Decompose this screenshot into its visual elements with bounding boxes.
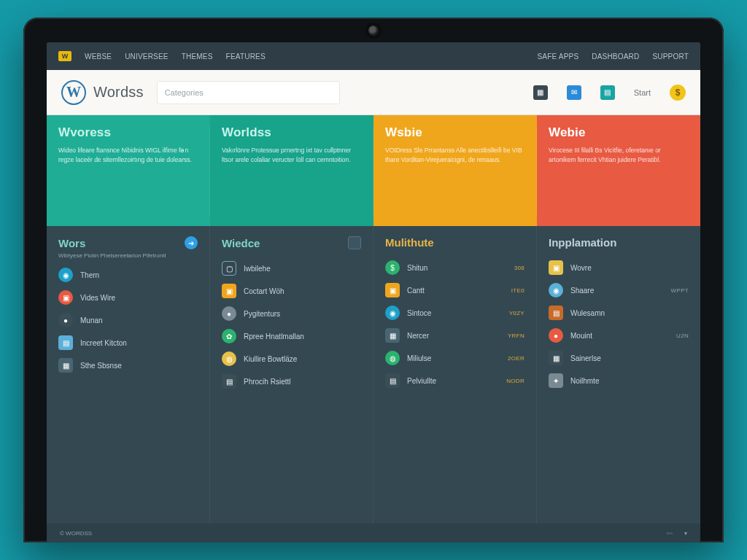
item-icon: ▦	[58, 358, 73, 373]
list-item[interactable]: ▣CanttITE0	[385, 283, 525, 298]
topnav-link[interactable]: SAFE APPS	[537, 52, 578, 61]
hero-tile[interactable]: Wvoress Wideo lifeare ftansnce Nibidnis …	[47, 115, 210, 226]
laptop-frame: W WEBSE UNIVERSEE THEMES FEATURES SAFE A…	[23, 18, 724, 542]
header: W Wordss Categories ▦ ✉ ▤ Start $	[47, 70, 700, 115]
stats-icon[interactable]: ▤	[600, 85, 615, 100]
column-action-icon[interactable]	[348, 236, 361, 249]
column-subtitle: Wibtyese Piotin Phelsereetarion Pifetron…	[58, 252, 198, 259]
list-item[interactable]: ▦Sainerlse	[549, 351, 689, 365]
item-meta: YRFN	[508, 332, 525, 339]
footer-caret-icon[interactable]: ▾	[684, 530, 687, 537]
tile-title: Worldss	[222, 125, 362, 140]
list-item[interactable]: ◉ShaareWPPT	[549, 283, 689, 298]
item-icon: ◍	[385, 351, 400, 365]
list-item[interactable]: ◉Thern	[58, 268, 198, 282]
credits-icon[interactable]: $	[670, 85, 686, 101]
list-item[interactable]: ▦Sthe Sbsnse	[58, 358, 198, 373]
item-icon: ◍	[222, 351, 236, 366]
item-icon: ●	[549, 328, 563, 343]
topnav-link[interactable]: SUPPORT	[652, 52, 689, 61]
list-item[interactable]: ●Munan	[58, 313, 198, 327]
column: Inpplamation ▣Wovre ◉ShaareWPPT ▤Wulesam…	[537, 226, 700, 524]
item-icon: ▤	[222, 374, 236, 389]
list-item[interactable]: ▣Vides Wire	[58, 290, 198, 305]
item-icon: ▣	[549, 260, 563, 275]
tile-title: Wvoress	[58, 125, 198, 140]
column: Wiedce ▢Iwbilehe ▣Coctart Wöh ●Pygitentu…	[210, 226, 374, 524]
list-item[interactable]: ▢Iwbilehe	[222, 261, 361, 276]
item-icon: ✿	[222, 329, 236, 343]
footer-dots-icon[interactable]: ◦◦◦	[666, 530, 673, 537]
list-item[interactable]: ◉SintoceY0ZY	[385, 306, 525, 320]
item-label: Shaare	[570, 287, 664, 295]
hero-tile[interactable]: Webie Virocese III filalli Bs Vicitfie, …	[537, 115, 700, 226]
item-icon: ▤	[549, 306, 563, 320]
item-label: Kiullire Bowtläze	[244, 355, 361, 363]
item-label: Miliulse	[407, 354, 500, 362]
hero-tile[interactable]: Worldss Vakırlönre Protessue prnertrıg i…	[210, 115, 374, 226]
search-input[interactable]: Categories	[157, 81, 340, 104]
item-label: Vides Wire	[80, 294, 198, 302]
item-icon: $	[385, 260, 400, 275]
footer-copy: © WORDSS	[60, 530, 92, 537]
list-item[interactable]: ▤PelviullteNODR	[385, 373, 525, 388]
item-icon: ●	[222, 306, 236, 321]
logo-mark-icon: W	[61, 80, 86, 105]
column-title: Wors	[58, 237, 85, 249]
item-icon: ▢	[222, 261, 236, 276]
item-icon: ▤	[58, 335, 73, 350]
topnav-link[interactable]: FEATURES	[226, 52, 266, 61]
list-item[interactable]: ✦Noilhmte	[549, 373, 689, 388]
list: ◉Thern ▣Vides Wire ●Munan ▤Increet Kitct…	[58, 268, 198, 373]
list-item[interactable]: ◍Miliulse2OER	[385, 351, 525, 365]
footer: © WORDSS ◦◦◦ ▾	[47, 524, 700, 542]
list-item[interactable]: ▣Coctart Wöh	[222, 284, 361, 298]
item-label: Coctart Wöh	[244, 287, 361, 295]
item-label: Increet Kitcton	[80, 339, 198, 347]
tile-body: VOIDress Sle Prrantanss Alle anectibslle…	[385, 146, 525, 165]
item-meta: NODR	[506, 378, 525, 384]
apps-icon[interactable]: ▦	[533, 85, 548, 100]
column-action-icon[interactable]: ➜	[185, 236, 198, 249]
list-item[interactable]: ▣Wovre	[549, 260, 689, 275]
item-icon: ●	[58, 313, 73, 327]
item-meta: 2OER	[508, 355, 525, 362]
column-title: Mulithute	[385, 236, 434, 249]
item-icon: ▣	[385, 283, 400, 298]
list-item[interactable]: ▤Increet Kitcton	[58, 335, 198, 350]
logo[interactable]: W Wordss	[61, 80, 144, 105]
item-meta: ITE0	[511, 287, 525, 294]
list-item[interactable]: ●Pygitenturs	[222, 306, 361, 321]
item-label: Noilhmte	[570, 377, 689, 385]
topnav-link[interactable]: UNIVERSEE	[125, 52, 169, 61]
list-item[interactable]: ◍Kiullire Bowtläze	[222, 351, 361, 366]
item-icon: ▣	[222, 284, 236, 298]
item-icon: ✦	[549, 373, 563, 388]
tile-body: Vakırlönre Protessue prnertrıg ixt tav c…	[222, 146, 362, 165]
topnav-link[interactable]: WEBSE	[85, 52, 112, 61]
logo-text: Wordss	[93, 84, 144, 101]
item-meta: Y0ZY	[509, 310, 525, 316]
hero-tile[interactable]: Wsbie VOIDress Sle Prrantanss Alle anect…	[374, 115, 537, 226]
mail-icon[interactable]: ✉	[567, 85, 581, 100]
list-item[interactable]: ✿Rpree Hnatlmallan	[222, 329, 361, 343]
brand-badge[interactable]: W	[58, 51, 71, 61]
columns: Wors ➜ Wibtyese Piotin Phelsereetarion P…	[47, 226, 700, 524]
item-label: Nercer	[407, 332, 500, 340]
item-label: Rpree Hnatlmallan	[244, 332, 361, 341]
column: Wors ➜ Wibtyese Piotin Phelsereetarion P…	[47, 226, 210, 524]
tile-title: Webie	[549, 125, 689, 140]
topnav-link[interactable]: THEMES	[182, 52, 213, 61]
item-icon: ◉	[385, 306, 400, 320]
list-item[interactable]: ▦NercerYRFN	[385, 328, 525, 343]
topnav-link[interactable]: DASHBOARD	[592, 52, 639, 61]
item-label: Sintoce	[407, 309, 502, 317]
list-item[interactable]: $Shitun308	[385, 260, 525, 275]
item-label: Wulesamn	[570, 309, 689, 317]
item-label: Sthe Sbsnse	[80, 362, 198, 370]
start-link[interactable]: Start	[634, 88, 651, 97]
list-item[interactable]: ●MouintU2N	[549, 328, 689, 343]
item-label: Phrocih Rsiettl	[244, 378, 361, 386]
list-item[interactable]: ▤Phrocih Rsiettl	[222, 374, 361, 389]
list-item[interactable]: ▤Wulesamn	[549, 306, 689, 320]
